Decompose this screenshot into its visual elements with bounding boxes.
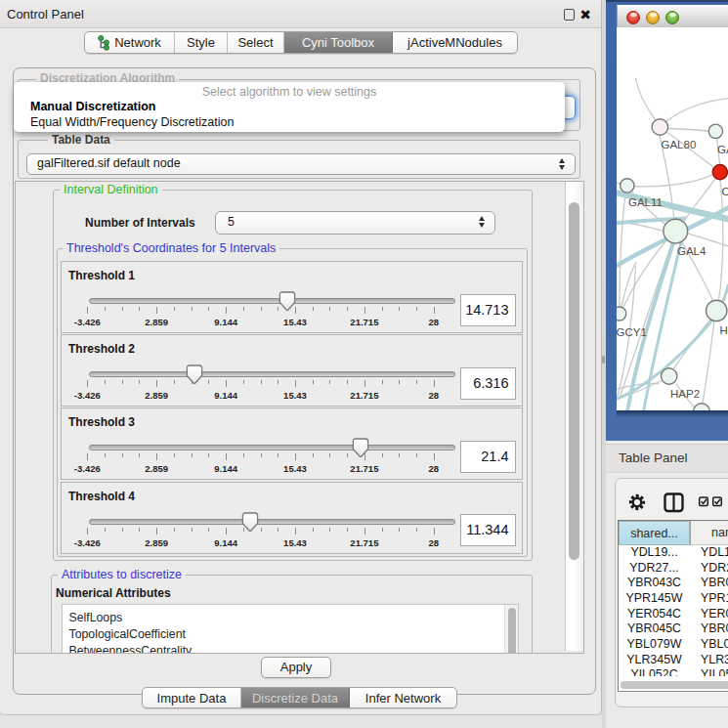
threshold-label: Threshold 1 [68, 269, 135, 282]
minimize-button-yellow[interactable] [646, 11, 660, 24]
network-edge[interactable] [668, 129, 709, 132]
table-row[interactable]: YER054CYER054C [619, 607, 728, 622]
table-horizontal-scrollbar-thumb[interactable] [621, 681, 728, 689]
tab-network[interactable]: Network [85, 32, 175, 53]
vertical-scrollbar[interactable] [565, 182, 584, 651]
slider-track[interactable] [89, 298, 455, 304]
popup-item-equal-width-frequency[interactable]: Equal Width/Frequency Discretization [14, 114, 565, 130]
tab-jactivemnodules[interactable]: jActiveMNodules [393, 32, 517, 53]
mode-tab-impute-data[interactable]: Impute Data [143, 688, 241, 707]
network-edge[interactable] [719, 180, 723, 300]
tick-label: 2.859 [145, 537, 168, 548]
cell-shared-name: YDR27... [619, 561, 690, 577]
attributes-list-scrollbar-thumb[interactable] [508, 608, 517, 654]
tab-label: Select [237, 35, 273, 50]
table-row[interactable]: YIL052CYIL052C [619, 667, 728, 676]
slider-track[interactable] [89, 371, 455, 377]
network-graph[interactable]: GAL80GAL1CYC8GAL11GAL4GCY1HIS5HAP2 [617, 27, 728, 410]
attribute-list-item[interactable]: BetweennessCentrality [69, 643, 193, 654]
slider-track[interactable] [89, 519, 455, 525]
column-header-shared-name[interactable]: shared... [619, 521, 690, 545]
desktop-strip [0, 715, 602, 728]
column-separator[interactable] [690, 521, 691, 545]
checkbox-checked-icon[interactable] [700, 497, 708, 506]
table-row[interactable]: YBR043CYBR043C [619, 576, 728, 591]
float-window-icon[interactable] [564, 9, 575, 21]
zoom-button-green[interactable] [665, 11, 679, 24]
cell-name: YDL194W [701, 545, 728, 561]
network-node-GCY1[interactable] [617, 307, 626, 321]
threshold-value-field[interactable]: 21.4 [460, 441, 516, 473]
column-header-name[interactable]: name [691, 521, 728, 545]
slider-thumb[interactable] [278, 291, 296, 312]
network-node-label: GCY1 [617, 326, 647, 338]
tab-style[interactable]: Style [175, 32, 228, 53]
tab-label: Style [187, 35, 215, 50]
attributes-group-title: Attributes to discretize [58, 569, 186, 580]
threshold-card-2: Threshold 2-3.4262.8599.14415.4321.71528… [61, 334, 523, 407]
slider-thumb[interactable] [352, 438, 369, 458]
network-edge[interactable] [620, 193, 625, 307]
table-row[interactable]: YDR27...YDR277C [619, 561, 728, 577]
mode-tab-discretize-data[interactable]: Discretize Data [241, 688, 350, 707]
network-edge[interactable] [703, 321, 714, 404]
screen: Control Panel ✖ NetworkStyleSelectCyni T… [0, 0, 728, 728]
table-row[interactable]: YBL079WYBL079W [619, 637, 728, 653]
threshold-label: Threshold 3 [68, 415, 135, 429]
tab-cyni-toolbox[interactable]: Cyni Toolbox [284, 32, 393, 53]
network-node-GAL4[interactable] [664, 219, 688, 243]
network-node-GAL80-neighbor-pink[interactable] [652, 119, 668, 136]
tick-label: 15.43 [283, 390, 307, 401]
table-row[interactable]: YBR045CYBR045C [619, 621, 728, 637]
threshold-value-field[interactable]: 11.344 [460, 514, 516, 546]
popup-item-manual-discretization[interactable]: Manual Discretization [14, 99, 565, 114]
network-edge[interactable] [666, 99, 728, 122]
slider-thumb[interactable] [186, 364, 203, 385]
popup-item-placeholder[interactable]: Select algorithm to view settings [14, 84, 565, 100]
split-pane-handle[interactable] [602, 356, 605, 364]
network-node-H-node[interactable] [707, 300, 727, 321]
network-node-top-right[interactable] [708, 124, 722, 138]
network-node-HAP2[interactable] [662, 368, 677, 384]
tab-select[interactable]: Select [228, 32, 284, 53]
network-edge[interactable] [636, 78, 656, 120]
network-node-GAL11[interactable] [621, 179, 634, 193]
close-button-red[interactable] [626, 11, 640, 24]
cyni-mode-tabs: Impute DataDiscretize DataInfer Network [142, 687, 457, 708]
combobox-stepper-icon [479, 216, 486, 228]
table-row[interactable]: YDL19...YDL194W [619, 545, 728, 561]
tick-label: 2.859 [145, 317, 168, 327]
network-tree-icon [98, 34, 110, 51]
attribute-list-item[interactable]: TopologicalCoefficient [69, 626, 186, 643]
threshold-value-field[interactable]: 6.316 [460, 367, 516, 400]
apply-button[interactable]: Apply [261, 657, 331, 678]
slider-thumb[interactable] [241, 512, 259, 533]
network-node-bottom-node[interactable] [694, 404, 710, 410]
slider-track[interactable] [89, 445, 455, 450]
checkbox-checked-icon[interactable] [713, 497, 722, 506]
vertical-scrollbar-thumb[interactable] [569, 202, 579, 560]
tick-label: 21.715 [350, 537, 378, 548]
threshold-value-field[interactable]: 14.713 [460, 294, 516, 326]
table-rows: YDL19...YDL194WYDR27...YDR277CYBR043CYBR… [619, 545, 728, 676]
tick-label: 28 [429, 390, 440, 401]
control-panel-title: Control Panel [7, 7, 84, 21]
close-icon[interactable]: ✖ [579, 9, 591, 21]
table-row[interactable]: YPR145WYPR145W [619, 591, 728, 607]
tick-label: 2.859 [145, 390, 168, 401]
mode-tab-infer-network[interactable]: Infer Network [350, 688, 456, 707]
table-horizontal-scrollbar[interactable] [619, 679, 728, 692]
table-row[interactable]: YLR345WYLR345W [619, 653, 728, 668]
attribute-list-item[interactable]: SelfLoops [69, 610, 123, 626]
gear-icon[interactable] [629, 494, 645, 510]
threshold-card-4: Threshold 4-3.4262.8599.14415.4321.71528… [61, 482, 523, 554]
network-edge[interactable] [634, 175, 712, 187]
number-of-intervals-combobox[interactable] [215, 211, 495, 235]
split-columns-icon[interactable] [665, 494, 683, 512]
algorithm-dropdown-popup: Select algorithm to view settings Manual… [14, 82, 565, 132]
tab-label: Network [114, 35, 161, 50]
interval-definition-group-title: Interval Definition [60, 184, 162, 195]
tick-label: 21.715 [350, 317, 378, 327]
attributes-list-scrollbar[interactable] [504, 605, 518, 654]
network-node-selected-red[interactable] [712, 165, 727, 180]
